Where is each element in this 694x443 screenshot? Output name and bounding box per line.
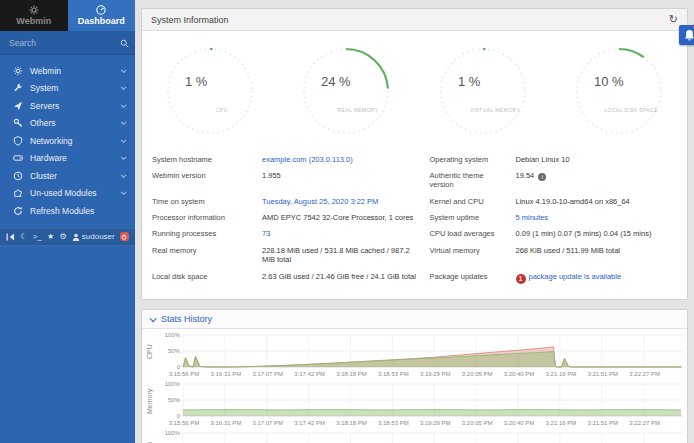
svg-text:3:21:51 PM: 3:21:51 PM — [587, 371, 618, 377]
info-label: Authentic theme version — [430, 167, 510, 193]
svg-text:CPU: CPU — [216, 107, 228, 113]
theme-settings-icon[interactable]: ⚙ — [59, 233, 66, 241]
svg-text:3:18:18 PM: 3:18:18 PM — [336, 371, 367, 377]
chart-axis-label: Memory — [146, 381, 156, 421]
sidebar-item-label: Servers — [30, 101, 114, 111]
favorites-star-icon[interactable]: ★ — [47, 233, 54, 241]
svg-text:3:19:29 PM: 3:19:29 PM — [420, 420, 451, 426]
svg-text:3:20:05 PM: 3:20:05 PM — [462, 371, 493, 377]
svg-text:LOCAL DISK SPACE: LOCAL DISK SPACE — [604, 107, 658, 113]
chart-plot: 3:15:56 PM3:16:31 PM3:17:07 PM3:17:42 PM… — [156, 381, 683, 428]
sidebar-item-label: Cluster — [30, 171, 114, 181]
puzzle-icon — [12, 188, 23, 198]
svg-text:0: 0 — [177, 364, 181, 370]
chart-plot: 3:15:56 PM3:16:31 PM3:17:07 PM3:17:42 PM… — [156, 332, 683, 379]
info-value-text: 228.18 MiB used / 531.8 MiB cached / 987… — [262, 246, 410, 264]
chart-plot: 3:15:56 PM3:16:31 PM3:17:07 PM3:17:42 PM… — [156, 430, 683, 443]
sidebar-item-hardware[interactable]: Hardware — [0, 150, 135, 168]
speedometer-icon — [96, 5, 106, 15]
chevron-down-icon — [121, 172, 127, 178]
info-value: 2.63 GiB used / 21.46 GiB free / 24.1 Gi… — [262, 268, 424, 287]
info-value[interactable]: 5 minutes — [516, 210, 678, 226]
info-value[interactable]: Tuesday, August 25, 2020 3:22 PM — [262, 193, 424, 209]
terminal-icon[interactable]: >_ — [33, 233, 42, 241]
svg-text:100%: 100% — [165, 381, 181, 387]
info-value: 0.09 (1 min) 0.07 (5 mins) 0.04 (15 mins… — [516, 226, 678, 242]
shield-icon — [12, 136, 23, 146]
svg-text:3:21:51 PM: 3:21:51 PM — [587, 420, 618, 426]
info-value-text: 0.09 (1 min) 0.07 (5 mins) 0.04 (15 mins… — [516, 229, 652, 238]
sidebar-item-refresh-modules[interactable]: Refresh Modules — [0, 202, 135, 220]
search-icon[interactable] — [120, 34, 129, 52]
svg-text:3:17:42 PM: 3:17:42 PM — [294, 420, 325, 426]
current-user[interactable]: sudouser — [72, 233, 115, 241]
svg-text:3:18:53 PM: 3:18:53 PM — [378, 420, 409, 426]
svg-text:3:15:56 PM: 3:15:56 PM — [169, 420, 200, 426]
chevron-down-icon — [121, 67, 127, 73]
tab-dashboard[interactable]: Dashboard — [68, 0, 136, 31]
sidebar-nav: WebminSystemServersOthersNetworkingHardw… — [0, 55, 135, 220]
svg-text:3:19:29 PM: 3:19:29 PM — [420, 371, 451, 377]
gear-icon — [12, 66, 23, 76]
info-value-link[interactable]: example.com (203.0.113.0) — [262, 155, 353, 164]
svg-text:3:18:18 PM: 3:18:18 PM — [336, 420, 367, 426]
gauge-real-memory: 24 %REAL MEMORY — [278, 39, 414, 143]
sidebar-item-label: Un-used Modules — [30, 188, 114, 198]
svg-text:50%: 50% — [168, 397, 181, 403]
svg-text:50%: 50% — [168, 348, 181, 354]
info-value: Linux 4.19.0-10-amd64 on x86_64 — [516, 193, 678, 209]
info-value-link[interactable]: Tuesday, August 25, 2020 3:22 PM — [262, 197, 378, 206]
logout-power-icon[interactable] — [120, 232, 129, 241]
tab-webmin[interactable]: Webmin — [0, 0, 68, 31]
info-value: AMD EPYC 7542 32-Core Processor, 1 cores — [262, 210, 424, 226]
chevron-down-icon — [150, 315, 157, 322]
info-label: Time on system — [152, 193, 256, 209]
notifications-bell-button[interactable]: 1 — [679, 25, 694, 45]
refresh-icon[interactable]: ↻ — [669, 14, 678, 25]
svg-text:REAL MEMORY: REAL MEMORY — [338, 107, 379, 113]
info-value[interactable]: 73 — [262, 226, 424, 242]
sidebar-item-label: Networking — [30, 136, 114, 146]
svg-text:100%: 100% — [165, 430, 181, 436]
info-value[interactable]: example.com (203.0.113.0) — [262, 151, 424, 167]
chevron-down-icon — [121, 85, 127, 91]
tab-dashboard-label: Dashboard — [78, 16, 125, 26]
chevron-down-icon — [121, 102, 127, 108]
sidebar-item-label: Hardware — [30, 153, 114, 163]
sidebar-item-cluster[interactable]: Cluster — [0, 167, 135, 185]
search-input[interactable] — [9, 38, 120, 48]
info-value-link[interactable]: 73 — [262, 229, 270, 238]
info-value-link[interactable]: 5 minutes — [516, 213, 549, 222]
info-value-text: 2.63 GiB used / 21.46 GiB free / 24.1 Gi… — [262, 272, 416, 281]
info-label: System hostname — [152, 151, 256, 167]
svg-text:VIRTUAL MEMORY: VIRTUAL MEMORY — [470, 107, 521, 113]
svg-text:3:16:31 PM: 3:16:31 PM — [211, 371, 242, 377]
svg-text:3:20:05 PM: 3:20:05 PM — [462, 420, 493, 426]
clock-icon — [12, 171, 23, 181]
svg-text:3:16:31 PM: 3:16:31 PM — [211, 420, 242, 426]
sidebar-item-networking[interactable]: Networking — [0, 132, 135, 150]
send-icon — [12, 101, 23, 111]
collapse-sidebar-icon[interactable] — [6, 233, 15, 241]
info-label: Operating system — [430, 151, 510, 167]
svg-text:0: 0 — [177, 413, 181, 419]
info-value[interactable]: 1package update is available — [516, 268, 678, 287]
sidebar-item-un-used-modules[interactable]: Un-used Modules — [0, 185, 135, 203]
stats-history-header[interactable]: Stats History — [142, 310, 687, 329]
svg-text:3:17:42 PM: 3:17:42 PM — [294, 371, 325, 377]
key-icon — [12, 118, 23, 128]
sidebar-item-system[interactable]: System — [0, 80, 135, 98]
chart-axis-label: Swap — [146, 430, 156, 443]
sidebar-item-servers[interactable]: Servers — [0, 97, 135, 115]
sidebar-item-others[interactable]: Others — [0, 115, 135, 133]
night-mode-icon[interactable]: ☾ — [20, 233, 27, 241]
chevron-down-icon — [121, 190, 127, 196]
info-label: System uptime — [430, 210, 510, 226]
info-value-link[interactable]: package update is available — [529, 272, 622, 281]
sidebar-item-label: Refresh Modules — [30, 206, 125, 216]
sidebar-item-webmin[interactable]: Webmin — [0, 62, 135, 80]
chevron-down-icon — [121, 137, 127, 143]
gauge-cpu: 1 %CPU — [142, 39, 278, 143]
info-icon[interactable]: i — [538, 173, 546, 181]
info-value-text: AMD EPYC 7542 32-Core Processor, 1 cores — [262, 213, 413, 222]
